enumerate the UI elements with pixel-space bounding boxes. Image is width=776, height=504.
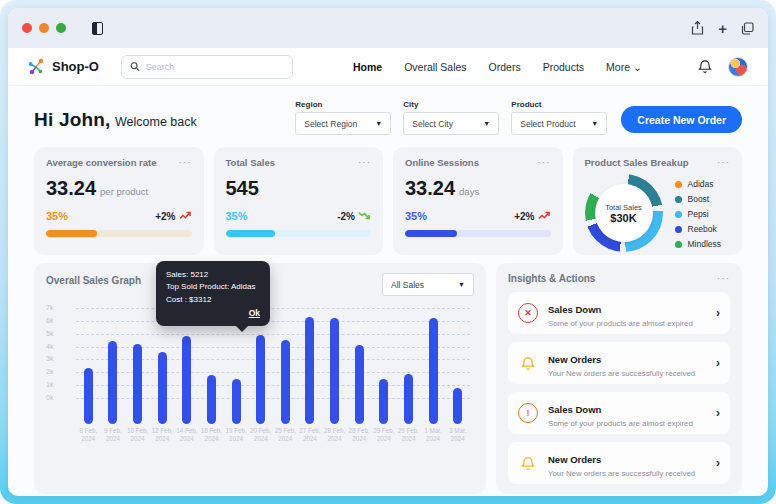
insight-item-sales-down[interactable]: ✕Sales Down Some of your products are al… [508, 292, 730, 334]
bar-chart-x-labels: 8 Feb,20249 Feb,202410 Feb,202412 Feb,20… [76, 427, 470, 443]
bell-icon [518, 453, 538, 473]
tooltip-sales: Sales: 5212 [166, 270, 208, 279]
x-axis-label: 28 Feb,2024 [347, 427, 372, 443]
bar-9-feb-2024[interactable] [108, 341, 117, 424]
search-box[interactable] [121, 55, 293, 79]
insights-title: Insights & Actions [508, 273, 595, 284]
insight-item-new-orders[interactable]: New Orders Your New orders are successfu… [508, 342, 730, 384]
region-select[interactable]: Select Region▼ [295, 112, 391, 135]
legend-item-adidas: Adidas [675, 179, 722, 189]
bar-19-feb-2024[interactable] [232, 379, 241, 424]
x-axis-label: 10 Feb,2024 [125, 427, 150, 443]
sales-filter-value: All Sales [391, 280, 424, 290]
new-tab-button[interactable]: + [718, 21, 727, 36]
x-axis-label: 29 Feb,2024 [396, 427, 421, 443]
chart-tooltip: Sales: 5212 Top Sold Product: Adidas Cos… [156, 261, 270, 326]
bar-29-feb-2024[interactable] [379, 379, 388, 424]
product-select[interactable]: Select Product▼ [511, 112, 607, 135]
share-icon[interactable] [691, 21, 704, 35]
chevron-right-icon: › [716, 306, 720, 320]
nav-link-more[interactable]: More ⌄ [606, 61, 642, 73]
greeting-name: Hi John, [34, 109, 111, 130]
chevron-down-icon: ▼ [458, 281, 465, 288]
x-axis-label: 12 Feb,2024 [150, 427, 175, 443]
overall-sales-graph-panel: Overall Sales Graph All Sales ▼ 7k6k5k4k… [34, 263, 486, 494]
card-title: Average conversion rate [46, 157, 157, 168]
insights-menu-button[interactable]: ··· [717, 276, 730, 282]
insight-item-sales-down[interactable]: !Sales Down Some of your products are al… [508, 392, 730, 434]
card-menu-button[interactable]: ··· [717, 160, 730, 166]
tooltip-ok-button[interactable]: Ok [166, 307, 260, 320]
nav-link-home[interactable]: Home [353, 61, 382, 73]
search-icon [130, 61, 140, 72]
bar-1-mar-2024[interactable] [429, 318, 438, 424]
bar-8-feb-2024[interactable] [84, 368, 93, 424]
bar-3-mar-2024[interactable] [453, 388, 462, 424]
x-axis-label: 8 Feb,2024 [76, 427, 101, 443]
circle-x-icon: ✕ [518, 303, 538, 323]
card-delta: +2% [514, 211, 550, 222]
bar-12-feb-2024[interactable] [158, 352, 167, 424]
bar-27-feb-2024[interactable] [305, 317, 314, 424]
y-axis-tick: 6k [46, 317, 70, 324]
card-value: 33.24days [405, 177, 551, 200]
insight-item-new-orders[interactable]: New Orders Your New orders are successfu… [508, 442, 730, 484]
stat-cards-row: Average conversion rate ··· 33.24per pro… [8, 145, 768, 255]
progress-bar [226, 230, 372, 237]
legend-dot [675, 181, 682, 188]
card-delta: +2% [155, 211, 191, 222]
sidebar-toggle-icon[interactable] [92, 22, 103, 35]
y-axis-tick: 0k [46, 394, 70, 401]
card-value: 33.24per product [46, 177, 192, 200]
bar-28-feb-2024[interactable] [330, 318, 339, 424]
x-axis-label: 3 Mar,2024 [445, 427, 470, 443]
donut-center-label: Total Sales [605, 203, 642, 212]
filters: Region Select Region▼City Select City▼Pr… [295, 100, 607, 135]
bar-20-feb-2024[interactable] [256, 335, 265, 424]
bar-28-feb-2024[interactable] [355, 345, 364, 424]
legend-item-pepsi: Pepsi [675, 209, 722, 219]
close-button[interactable] [22, 23, 32, 33]
x-axis-label: 1 Mar,2024 [421, 427, 446, 443]
brand[interactable]: Shop-O [28, 58, 99, 75]
nav-link-products[interactable]: Products [543, 61, 584, 73]
chevron-down-icon: ▼ [375, 120, 382, 127]
browser-window: + Shop-O [8, 8, 768, 496]
user-avatar[interactable] [728, 57, 748, 77]
legend-item-reebok: Reebok [675, 224, 722, 234]
bell-icon [518, 353, 538, 373]
search-input[interactable] [146, 62, 284, 72]
nav-link-orders[interactable]: Orders [489, 61, 521, 73]
bar-10-feb-2024[interactable] [133, 344, 142, 424]
sales-filter-select[interactable]: All Sales ▼ [382, 273, 474, 296]
legend-dot [675, 211, 682, 218]
legend-item-boost: Boost [675, 194, 722, 204]
bar-25-feb-2024[interactable] [281, 340, 290, 424]
filter-region: Region Select Region▼ [295, 100, 391, 135]
tooltip-top-product: Top Sold Product: Adidas [166, 282, 255, 291]
create-new-order-button[interactable]: Create New Order [621, 106, 742, 133]
card-percent: 35% [46, 210, 68, 222]
card-product-sales-breakup: Product Sales Breakup ··· Total Sales $3… [573, 147, 743, 255]
legend-dot [675, 226, 682, 233]
zoom-button[interactable] [56, 23, 66, 33]
card-menu-button[interactable]: ··· [179, 160, 192, 166]
bar-14-feb-2024[interactable] [182, 336, 191, 424]
nav-link-overall-sales[interactable]: Overall Sales [404, 61, 466, 73]
y-axis-tick: 7k [46, 304, 70, 311]
card-menu-button[interactable]: ··· [538, 160, 551, 166]
bar-18-feb-2024[interactable] [207, 375, 216, 424]
hero-section: Hi John, Welcome back Region Select Regi… [8, 86, 768, 145]
bar-29-feb-2024[interactable] [404, 374, 413, 424]
x-axis-label: 20 Feb,2024 [248, 427, 273, 443]
y-axis-tick: 4k [46, 343, 70, 350]
x-axis-label: 29 Feb,2024 [372, 427, 397, 443]
tabs-icon[interactable] [741, 22, 754, 35]
city-select[interactable]: Select City▼ [403, 112, 499, 135]
chevron-down-icon: ▼ [591, 120, 598, 127]
minimize-button[interactable] [39, 23, 49, 33]
bottom-row: Overall Sales Graph All Sales ▼ 7k6k5k4k… [8, 255, 768, 494]
card-menu-button[interactable]: ··· [358, 160, 371, 166]
card-title: Total Sales [226, 157, 275, 168]
notifications-bell-icon[interactable] [698, 59, 712, 74]
